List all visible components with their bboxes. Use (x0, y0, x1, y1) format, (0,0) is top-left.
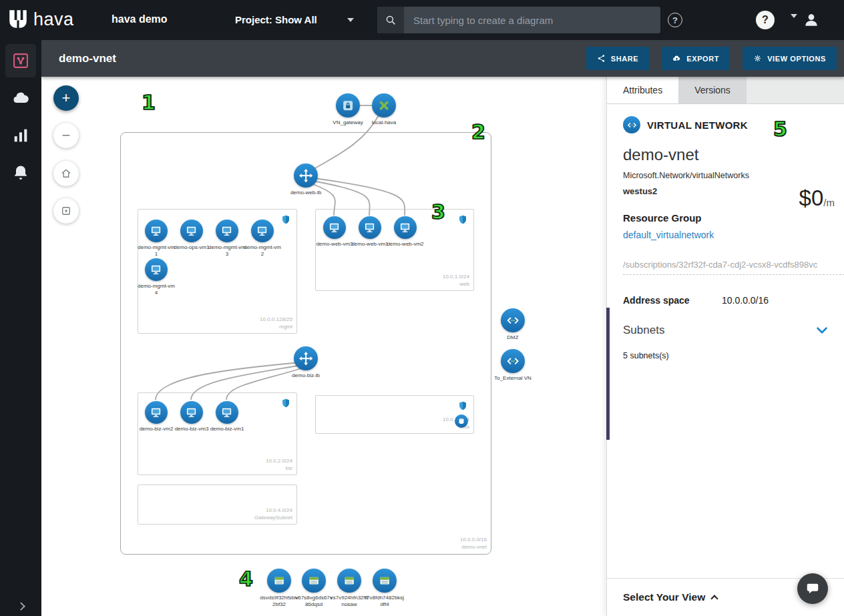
sidebar-item-environments[interactable] (5, 44, 36, 77)
vm-icon[interactable] (216, 220, 238, 242)
subnet-data[interactable]: 10.0.3.0/24data (315, 395, 474, 434)
storage-icon[interactable] (337, 569, 361, 593)
vm-icon[interactable] (359, 216, 381, 239)
vm-node[interactable]: demo-web-vm1 (351, 216, 389, 248)
storage-node[interactable]: v67s8vg6ds67v86dqsd (294, 569, 334, 609)
subnet-gateway[interactable]: 10.0.4.0/24GatewaySubnet (138, 485, 297, 525)
frame-icon (60, 205, 72, 217)
vm-label: demo-web-vm2 (387, 241, 424, 248)
diagram-canvas[interactable]: + − 10.0.0.0/16demo-vnet 10.0.0.128/25mg… (41, 77, 606, 616)
vm-icon[interactable] (145, 220, 168, 242)
vm-node[interactable]: demo-biz-vm2 (138, 401, 175, 432)
zoom-out-button[interactable]: − (53, 123, 79, 148)
hava-connector-icon[interactable] (372, 93, 396, 117)
vm-label: demo-biz-vm1 (208, 426, 246, 432)
storage-icon[interactable] (302, 569, 326, 593)
vm-icon[interactable] (145, 401, 168, 424)
chevron-down-icon[interactable] (815, 323, 829, 338)
vm-node[interactable]: demo-biz-vm1 (208, 401, 246, 432)
tab-versions[interactable]: Versions (678, 77, 747, 103)
vnet-peering-icon[interactable] (501, 308, 525, 332)
vm-node[interactable]: demo-biz-vm3 (173, 401, 210, 432)
web-load-balancer-node[interactable]: demo-web-lb (287, 164, 325, 196)
vm-icon[interactable] (323, 216, 346, 239)
nsg-shield-icon[interactable] (457, 400, 468, 411)
address-space-row: Address space 10.0.0.0/16 (623, 295, 844, 306)
local-hava-node[interactable]: local-hava (365, 93, 403, 126)
virtual-network-icon (623, 116, 640, 133)
topbar: hava hava demo Project: Show All ? ? (0, 0, 844, 40)
sidebar-expand-button[interactable] (0, 603, 41, 609)
vm-node[interactable]: demo-web-vm2 (387, 216, 424, 248)
help-icon[interactable]: ? (756, 11, 775, 29)
hava-logo[interactable]: hava (7, 8, 74, 31)
external-vn-peer-node[interactable]: To_External VN (494, 349, 532, 382)
dmz-peer-node[interactable]: DMZ (494, 308, 532, 341)
vm-icon[interactable] (145, 258, 168, 281)
search-input[interactable] (404, 7, 660, 33)
vm-node[interactable]: demo-ops-vm1 (173, 220, 210, 251)
resource-type-label: VIRTUAL NETWORK (647, 119, 748, 131)
vn-gateway-node[interactable]: VN_gateway (329, 93, 367, 126)
project-selector-label: Project: Show All (235, 14, 317, 25)
storage-icon[interactable] (373, 569, 397, 593)
share-button[interactable]: SHARE (586, 47, 650, 70)
vm-node[interactable]: demo-mgmt-vm2 (244, 220, 281, 258)
subnet-web[interactable]: 10.0.1.0/24web demo-web-vm3 demo-web-vm1… (315, 209, 474, 291)
nsg-shield-icon[interactable] (280, 214, 291, 225)
project-selector[interactable]: Project: Show All (235, 14, 354, 25)
biz-load-balancer-node[interactable]: demo-biz-lb (287, 346, 325, 379)
storage-node[interactable]: dsvds9f32hfsbiv2bf32 (259, 569, 299, 609)
vpn-gateway-icon[interactable] (336, 93, 360, 117)
subscription-path[interactable]: /subscriptions/32rf32f-cda7-cdj2-vcsx8-v… (623, 260, 844, 275)
database-icon[interactable] (455, 414, 468, 428)
account-chevron-icon[interactable] (791, 18, 797, 30)
vm-node[interactable]: demo-mgmt-vm1 (138, 220, 175, 258)
vm-icon[interactable] (394, 216, 417, 239)
node-label: VN_gateway (329, 119, 367, 126)
search-bar[interactable] (377, 7, 660, 33)
vm-label: demo-web-vm3 (316, 241, 353, 248)
vm-node[interactable]: demo-mgmt-vm3 (208, 220, 246, 258)
subnet-biz[interactable]: 10.0.2.0/24biz demo-biz-vm2 demo-biz-vm3… (138, 392, 297, 475)
sidebar-item-sources[interactable] (5, 81, 36, 115)
resource-group-link[interactable]: default_virtualnetwork (623, 230, 714, 240)
subnets-expander[interactable]: Subnets (623, 323, 844, 338)
vm-node[interactable]: demo-mgmt-vm4 (138, 258, 175, 297)
sidebar-item-alerts[interactable] (5, 156, 36, 190)
tab-attributes[interactable]: Attributes (607, 77, 678, 103)
zoom-in-button[interactable]: + (53, 85, 79, 111)
resource-name: demo-vnet (623, 145, 844, 164)
chat-widget-button[interactable] (797, 573, 828, 604)
node-label: local-hava (365, 119, 403, 126)
focus-view-button[interactable] (53, 198, 79, 224)
vm-icon[interactable] (180, 220, 203, 242)
sidebar-item-stats[interactable] (5, 119, 36, 152)
chevron-up-icon (711, 595, 718, 602)
view-options-button[interactable]: VIEW OPTIONS (743, 47, 837, 70)
resource-type-header: VIRTUAL NETWORK (623, 116, 844, 133)
nsg-shield-icon[interactable] (457, 214, 468, 225)
vm-node[interactable]: demo-web-vm3 (316, 216, 353, 248)
node-label: To_External VN (494, 375, 532, 382)
load-balancer-icon[interactable] (294, 346, 318, 370)
storage-node[interactable]: f7v8fdh7482bksjdff4 (365, 569, 405, 609)
vm-icon[interactable] (180, 401, 203, 424)
fit-view-button[interactable] (53, 161, 79, 186)
gear-icon (753, 54, 762, 63)
vm-icon[interactable] (251, 220, 274, 242)
diagrams-icon (11, 51, 30, 70)
vm-label: demo-web-vm1 (351, 241, 389, 248)
export-button[interactable]: EXPORT (662, 47, 730, 70)
user-icon[interactable] (803, 11, 820, 29)
section-indicator-stripe (606, 308, 610, 440)
load-balancer-icon[interactable] (294, 164, 318, 188)
vm-icon[interactable] (216, 401, 238, 424)
vnet-peering-icon[interactable] (501, 349, 525, 373)
subnet-mgmt[interactable]: 10.0.0.128/25mgmt demo-mgmt-vm1 demo-ops… (138, 209, 297, 334)
nsg-shield-icon[interactable] (280, 398, 291, 408)
storage-icon[interactable] (267, 569, 291, 593)
storage-node[interactable]: vs7v924hfn32fdnosaw (329, 569, 369, 609)
vm-label: demo-biz-vm3 (173, 426, 210, 432)
help-outline-icon[interactable]: ? (668, 13, 682, 27)
